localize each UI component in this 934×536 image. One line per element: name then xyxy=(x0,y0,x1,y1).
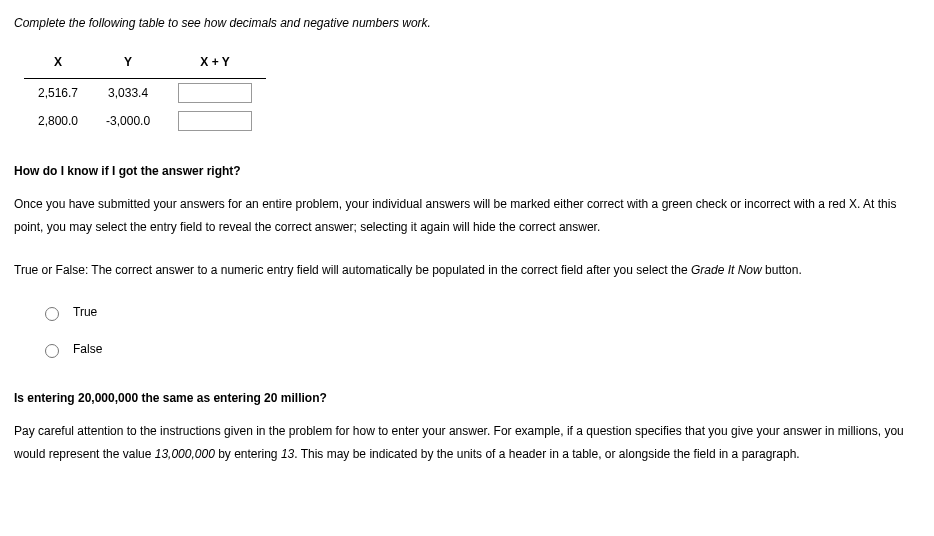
radio-true-label: True xyxy=(73,301,97,324)
table-row: 2,800.0 -3,000.0 xyxy=(24,107,266,136)
radio-false[interactable] xyxy=(45,344,59,358)
radio-row-true: True xyxy=(40,301,920,324)
tf-suffix: button. xyxy=(762,263,802,277)
radio-row-false: False xyxy=(40,338,920,361)
cell-x: 2,516.7 xyxy=(24,78,92,107)
section1-heading: How do I know if I got the answer right? xyxy=(14,160,920,183)
s2-italic2: 13 xyxy=(281,447,294,461)
instruction-text: Complete the following table to see how … xyxy=(14,12,920,35)
tf-prefix: True or False: The correct answer to a n… xyxy=(14,263,691,277)
col-header-y: Y xyxy=(92,47,164,78)
cell-y: 3,033.4 xyxy=(92,78,164,107)
cell-sum xyxy=(164,107,266,136)
radio-true[interactable] xyxy=(45,307,59,321)
section2-body: Pay careful attention to the instruction… xyxy=(14,420,920,466)
sum-input-0[interactable] xyxy=(178,83,252,103)
radio-false-label: False xyxy=(73,338,102,361)
col-header-sum: X + Y xyxy=(164,47,266,78)
sum-input-1[interactable] xyxy=(178,111,252,131)
s2-italic1: 13,000,000 xyxy=(155,447,215,461)
cell-y: -3,000.0 xyxy=(92,107,164,136)
tf-question-text: True or False: The correct answer to a n… xyxy=(14,259,920,282)
cell-sum xyxy=(164,78,266,107)
tf-radio-group: True False xyxy=(40,301,920,361)
s2-middle: by entering xyxy=(215,447,281,461)
xy-table: X Y X + Y 2,516.7 3,033.4 2,800.0 -3,000… xyxy=(24,47,266,136)
cell-x: 2,800.0 xyxy=(24,107,92,136)
section2-heading: Is entering 20,000,000 the same as enter… xyxy=(14,387,920,410)
section1-body: Once you have submitted your answers for… xyxy=(14,193,920,239)
tf-italic: Grade It Now xyxy=(691,263,762,277)
col-header-x: X xyxy=(24,47,92,78)
s2-suffix: . This may be indicated by the units of … xyxy=(294,447,799,461)
table-row: 2,516.7 3,033.4 xyxy=(24,78,266,107)
